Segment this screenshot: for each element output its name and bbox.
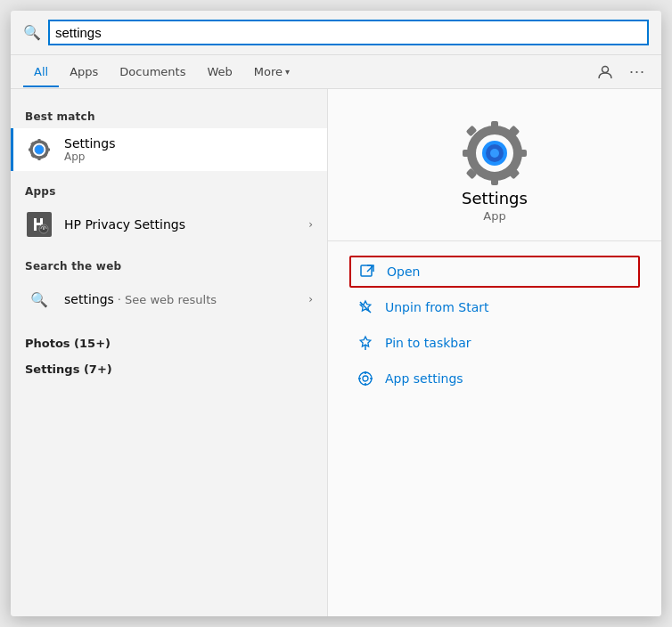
- more-options-button[interactable]: ···: [626, 59, 649, 85]
- main-content: Best match: [11, 89, 661, 616]
- search-icon: 🔍: [23, 24, 41, 41]
- tab-web[interactable]: Web: [196, 58, 242, 87]
- settings-title: Settings: [64, 136, 313, 151]
- pin-taskbar-action-item[interactable]: Pin to taskbar: [349, 327, 640, 359]
- hp-privacy-settings-item[interactable]: HP Privacy Settings ›: [11, 203, 327, 246]
- pin-taskbar-label: Pin to taskbar: [385, 336, 471, 350]
- hp-privacy-title: HP Privacy Settings: [64, 217, 298, 232]
- tab-all[interactable]: All: [23, 58, 59, 87]
- unpin-icon: [356, 298, 374, 316]
- open-label: Open: [387, 265, 420, 279]
- large-settings-gear-icon: [459, 118, 530, 189]
- right-app-name: Settings: [462, 189, 528, 208]
- pin-icon: [356, 334, 374, 352]
- svg-rect-26: [361, 265, 372, 276]
- web-search-item[interactable]: 🔍 settings · See web results ›: [11, 278, 327, 321]
- svg-rect-20: [463, 150, 471, 157]
- settings-gear-icon: [25, 135, 53, 164]
- left-panel: Best match: [11, 89, 327, 616]
- settings-subtitle: App: [64, 151, 313, 163]
- open-action-item[interactable]: Open: [349, 256, 640, 288]
- person-icon: [597, 64, 613, 80]
- svg-rect-4: [38, 157, 41, 160]
- tabs-bar: All Apps Documents Web More ▾: [11, 55, 661, 89]
- web-search-icon: 🔍: [25, 285, 53, 314]
- settings-section-heading: Settings (7+): [11, 354, 327, 379]
- search-input[interactable]: [48, 20, 649, 45]
- svg-rect-32: [365, 383, 366, 386]
- right-actions: Open Unpin from Start: [328, 241, 661, 409]
- tabs-left: All Apps Documents Web More ▾: [23, 58, 594, 86]
- settings-best-match-text: Settings App: [64, 136, 313, 163]
- svg-point-29: [359, 372, 372, 385]
- ellipsis-icon: ···: [629, 62, 645, 81]
- settings-best-match-item[interactable]: Settings App: [11, 128, 327, 171]
- tabs-right-actions: ···: [594, 55, 649, 88]
- hp-arrow-icon: ›: [308, 218, 313, 231]
- svg-point-17: [490, 149, 499, 158]
- svg-rect-3: [38, 139, 41, 142]
- right-header: Settings App: [328, 89, 661, 241]
- unpin-action-item[interactable]: Unpin from Start: [349, 291, 640, 323]
- hp-privacy-text: HP Privacy Settings: [64, 217, 298, 232]
- svg-point-30: [363, 376, 368, 381]
- search-window: 🔍 All Apps Documents Web More ▾: [11, 11, 661, 616]
- svg-rect-5: [29, 149, 32, 151]
- tab-more[interactable]: More ▾: [243, 58, 300, 87]
- hp-icon: [25, 210, 53, 239]
- tab-documents[interactable]: Documents: [109, 58, 196, 87]
- svg-rect-19: [491, 176, 498, 185]
- svg-rect-33: [358, 378, 361, 379]
- open-icon: [358, 263, 376, 281]
- tab-apps[interactable]: Apps: [59, 58, 109, 87]
- unpin-label: Unpin from Start: [385, 300, 488, 314]
- web-search-heading: Search the web: [11, 253, 327, 278]
- app-settings-icon: [356, 370, 374, 387]
- right-app-type: App: [483, 209, 505, 223]
- best-match-heading: Best match: [11, 103, 327, 128]
- app-settings-label: App settings: [385, 371, 463, 386]
- svg-rect-18: [491, 121, 498, 130]
- apps-heading: Apps: [11, 178, 327, 203]
- svg-rect-31: [365, 371, 366, 374]
- search-bar: 🔍: [11, 11, 661, 55]
- svg-point-0: [602, 66, 608, 72]
- svg-rect-34: [370, 378, 373, 379]
- app-settings-action-item[interactable]: App settings: [349, 362, 640, 395]
- svg-point-1: [35, 145, 44, 154]
- right-panel: Settings App Open: [327, 89, 661, 616]
- svg-rect-6: [46, 149, 50, 151]
- svg-rect-21: [518, 150, 527, 157]
- chevron-down-icon: ▾: [285, 67, 290, 77]
- svg-rect-13: [43, 227, 45, 230]
- web-arrow-icon: ›: [308, 293, 313, 305]
- account-button[interactable]: [594, 61, 617, 84]
- web-search-text: settings · See web results: [64, 292, 298, 306]
- photos-heading: Photos (15+): [11, 328, 327, 354]
- web-query: settings · See web results: [64, 292, 298, 306]
